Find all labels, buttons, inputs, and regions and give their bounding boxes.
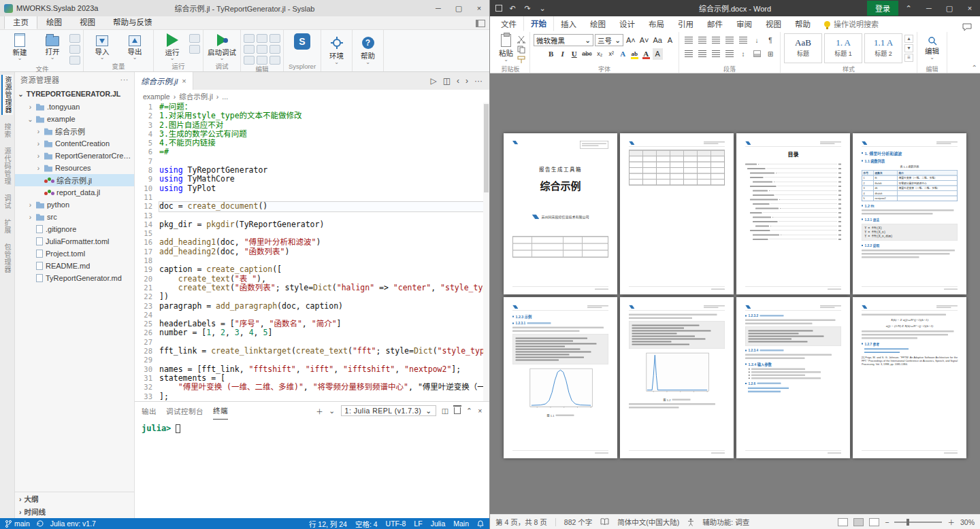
tab-review[interactable]: 审阅 [730, 16, 759, 31]
export-button[interactable]: 导出 ⌄ [119, 31, 150, 60]
activity-item-extensions[interactable]: 扩展 [2, 218, 12, 235]
stop-icon[interactable] [189, 45, 200, 54]
code-line[interactable] [159, 193, 489, 202]
collapse-ribbon-icon[interactable]: ⌃ [972, 64, 977, 71]
indentation-item[interactable]: 空格: 4 [355, 519, 378, 529]
code-line[interactable]: add_heading1(doc, "傅里叶分析和滤波") [159, 238, 489, 247]
editor-scrollbar[interactable] [483, 103, 489, 401]
language-item[interactable]: Julia [431, 519, 446, 528]
code-line[interactable]: "傅里叶变换 (一维、二维、多维)", "将零频分量移到频谱中心", "傅里叶逆… [159, 383, 489, 392]
outline-section[interactable]: › 大纲 [15, 492, 134, 505]
back-icon[interactable]: ‹ [457, 76, 459, 86]
page-thumbnail-2[interactable] [620, 133, 734, 294]
panel-tab-output[interactable]: 输出 [142, 403, 157, 420]
tree-item-.gitignore[interactable]: .gitignore [15, 223, 134, 235]
superscript-button[interactable]: x² [606, 48, 617, 60]
twisty-icon[interactable]: › [35, 165, 42, 172]
activity-item-search[interactable]: 搜索 [2, 122, 12, 139]
decrease-indent-icon[interactable] [723, 35, 736, 46]
cursor-position-item[interactable]: 行 12, 列 24 [309, 519, 347, 529]
font-color-button[interactable]: A [641, 48, 651, 60]
menu-tab-home[interactable]: 主页 [4, 14, 37, 29]
code-line[interactable]: paragraph = add_paragraph(doc, caption) [159, 302, 489, 311]
align-right-icon[interactable] [710, 48, 722, 60]
repl-selector[interactable]: 1: Julia REPL (v1.7.3) ⌄ [341, 405, 436, 416]
comment-icon[interactable] [244, 34, 255, 43]
page-thumbnail-4[interactable]: 1. 傅里叶分析和滤波 1.1 函数列表 表 1-1 函数列表 序号函数名简介1… [853, 133, 966, 294]
git-branch-item[interactable]: main [5, 519, 30, 528]
tab-layout[interactable]: 布局 [642, 16, 671, 31]
terminal-content[interactable]: julia> [135, 420, 489, 518]
close-button[interactable]: × [960, 0, 980, 16]
code-line[interactable]: fft_link = create_linktarget(create_text… [159, 347, 489, 356]
tab-help[interactable]: 帮助 [788, 16, 817, 31]
page-thumbnail-8[interactable]: X(k) = Σ x(j)·ωN^(j−1)(k−1) x(j) = (1/N)… [853, 297, 966, 458]
outdent-icon[interactable] [257, 45, 267, 54]
page-thumbnail-6[interactable]: 图 1-2 [620, 297, 734, 458]
open-button[interactable]: 打开 ⌄ [37, 31, 68, 60]
chevron-down-icon[interactable]: ⌄ [329, 407, 335, 415]
module-item[interactable]: Main [453, 519, 469, 528]
page-thumbnail-1[interactable]: 报告生成工具箱 综合示例 苏州同元软控信息技术有限公司 [504, 133, 617, 294]
help-button[interactable]: ? 帮助 ⌄ [353, 30, 384, 71]
shading-icon[interactable] [751, 48, 763, 60]
customize-qat-icon[interactable]: ⌄ [538, 3, 547, 13]
tree-item-TyReportGenerator.md[interactable]: TyReportGenerator.md [15, 272, 134, 284]
tab-mailings[interactable]: 邮件 [700, 16, 730, 31]
tree-item-综合示例[interactable]: ›综合示例 [15, 125, 134, 137]
code-line[interactable]: caption = create_caption([ [159, 265, 489, 274]
sysplorer-button[interactable]: S [287, 31, 318, 51]
layout-toggle-icon[interactable] [476, 20, 485, 27]
editor-tab[interactable]: 综合示例.jl × [135, 72, 193, 90]
kill-terminal-icon[interactable] [454, 407, 461, 414]
breadcrumb-item[interactable]: ... [222, 92, 228, 101]
tell-me-search[interactable]: 操作说明搜索 [817, 16, 885, 31]
forward-icon[interactable]: › [466, 76, 468, 86]
bold-button[interactable]: B [546, 48, 556, 60]
code-line[interactable]: statements = [ [159, 374, 489, 383]
page-number-item[interactable]: 第 4 页，共 8 页 [495, 517, 547, 527]
zoom-slider[interactable] [894, 522, 942, 523]
start-debug-button[interactable]: 启动调试 ⌄ [206, 31, 238, 61]
clear-formatting-button[interactable]: A [665, 35, 675, 46]
paragraph-mark-icon[interactable]: ¶ [764, 35, 777, 46]
breadcrumb-item[interactable]: example [143, 92, 170, 101]
code-line[interactable]: 3.生成的数学公式有问题 [159, 130, 489, 139]
code-editor[interactable]: 1234567891011121314151617181920212223242… [135, 103, 489, 401]
align-center-icon[interactable] [696, 48, 708, 60]
tab-insert[interactable]: 插入 [554, 16, 583, 31]
close-file-icon[interactable] [69, 56, 80, 65]
editing-button[interactable]: 编辑 ⌄ [921, 33, 943, 64]
maximize-button[interactable]: ▢ [448, 0, 469, 16]
fold-icon[interactable] [257, 56, 267, 65]
eol-item[interactable]: LF [414, 519, 422, 528]
tree-item-src[interactable]: ›src [15, 211, 134, 223]
activity-item-scm[interactable]: 源代码管理 [2, 146, 12, 186]
highlight-button[interactable]: ab [630, 48, 640, 60]
minimize-button[interactable]: ─ [428, 0, 448, 16]
align-left-icon[interactable] [683, 48, 695, 60]
tab-references[interactable]: 引用 [671, 16, 700, 31]
multilevel-list-icon[interactable] [710, 35, 722, 46]
code-line[interactable]: ]; [159, 392, 489, 401]
tree-item-python[interactable]: ›python [15, 199, 134, 211]
font-name-select[interactable]: 微软雅黑 ⌄ [534, 34, 593, 46]
change-case-button[interactable]: Aa [652, 35, 664, 46]
save-all-icon[interactable] [69, 45, 80, 54]
code-line[interactable]: pkg_dir = pkgdir(TyReportGenerator) [159, 220, 489, 229]
tree-item-JuliaFormatter.toml[interactable]: JuliaFormatter.toml [15, 235, 134, 248]
twisty-icon[interactable]: ⌄ [27, 116, 33, 123]
grow-font-button[interactable]: A˄ [625, 35, 637, 46]
tree-item-.tongyuan[interactable]: ›.tongyuan [15, 101, 134, 113]
tree-item-example[interactable]: ⌄example [15, 113, 134, 125]
numbering-icon[interactable] [696, 35, 708, 46]
split-editor-icon[interactable]: ◫ [443, 76, 451, 86]
code-line[interactable]: #=问题： [159, 103, 489, 112]
justify-icon[interactable] [723, 48, 736, 60]
style-heading1[interactable]: 1. A 标题 1 [824, 33, 862, 63]
text-effects-button[interactable]: A [618, 48, 628, 60]
zoom-slider-thumb[interactable] [906, 519, 909, 526]
gallery-up-icon[interactable]: ▴ [904, 35, 913, 43]
indent-icon[interactable] [244, 45, 255, 54]
sync-item[interactable] [37, 520, 44, 527]
